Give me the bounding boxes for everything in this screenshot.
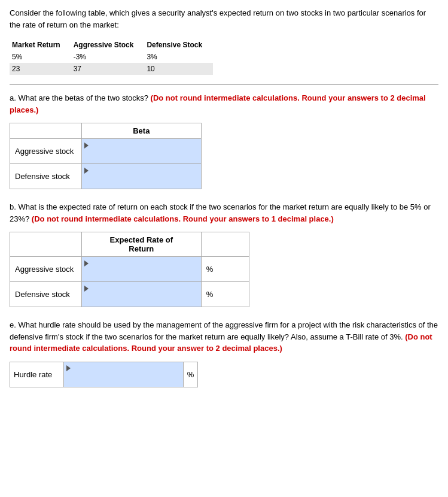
defensive-beta-input[interactable] bbox=[84, 174, 199, 187]
col-header-defensive: Defensive Stock bbox=[144, 39, 213, 51]
expected-return-table: Expected Rate of Return Aggressive stock… bbox=[10, 232, 249, 307]
col-header-aggressive: Aggressive Stock bbox=[71, 39, 145, 51]
expected-rate-header-line1: Expected Rate of bbox=[110, 235, 173, 244]
question-a-text: a. What are the betas of the two stocks?… bbox=[10, 92, 438, 116]
triangle-icon bbox=[84, 168, 89, 174]
table-row: 5% -3% 3% bbox=[10, 51, 213, 63]
triangle-icon bbox=[84, 286, 89, 292]
defensive-beta-cell[interactable] bbox=[82, 164, 202, 189]
defensive-stock-label-a: Defensive stock bbox=[10, 164, 82, 189]
hurdle-percent: % bbox=[183, 362, 198, 387]
defensive-percent: % bbox=[201, 282, 249, 307]
percent-header bbox=[201, 232, 249, 257]
beta-table: Beta Aggressive stock Defensive stock bbox=[10, 123, 202, 189]
triangle-icon bbox=[84, 143, 89, 149]
aggressive-beta-input[interactable] bbox=[84, 149, 199, 162]
defensive-stock-label-b: Defensive stock bbox=[10, 282, 82, 307]
table-row: Aggressive stock % bbox=[10, 257, 249, 282]
question-a-block: a. What are the betas of the two stocks?… bbox=[10, 92, 438, 189]
market-data-table: Market Return Aggressive Stock Defensive… bbox=[10, 39, 213, 75]
intro-paragraph: Consider the following table, which give… bbox=[10, 7, 438, 31]
table-row: Defensive stock bbox=[10, 164, 202, 189]
aggressive-1: -3% bbox=[71, 51, 145, 63]
question-e-block: e. What hurdle rate should be used by th… bbox=[10, 319, 438, 387]
question-b-text: b. What is the expected rate of return o… bbox=[10, 201, 438, 225]
expected-return-empty-header bbox=[10, 232, 82, 257]
aggressive-return-cell[interactable] bbox=[82, 257, 202, 282]
hurdle-table: Hurdle rate % bbox=[10, 362, 198, 387]
question-e-prefix: e. What hurdle rate should be used by th… bbox=[10, 320, 438, 341]
defensive-return-cell[interactable] bbox=[82, 282, 202, 307]
expected-rate-header-line2: Return bbox=[129, 244, 154, 253]
aggressive-beta-cell[interactable] bbox=[82, 139, 202, 164]
question-a-prefix: a. What are the betas of the two stocks? bbox=[10, 93, 148, 102]
aggressive-return-input[interactable] bbox=[84, 267, 199, 280]
beta-empty-header bbox=[10, 123, 82, 139]
triangle-icon bbox=[66, 365, 71, 371]
hurdle-rate-label: Hurdle rate bbox=[10, 362, 64, 387]
defensive-return-input[interactable] bbox=[84, 292, 199, 305]
question-b-block: b. What is the expected rate of return o… bbox=[10, 201, 438, 307]
market-return-1: 5% bbox=[10, 51, 71, 63]
col-header-market: Market Return bbox=[10, 39, 71, 51]
expected-return-header: Expected Rate of Return bbox=[82, 232, 202, 257]
table-row: Hurdle rate % bbox=[10, 362, 198, 387]
question-b-instruction: (Do not round intermediate calculations.… bbox=[29, 214, 334, 223]
hurdle-rate-cell[interactable] bbox=[64, 362, 184, 387]
defensive-2: 10 bbox=[144, 63, 213, 75]
question-e-text: e. What hurdle rate should be used by th… bbox=[10, 319, 438, 354]
hurdle-rate-input[interactable] bbox=[66, 372, 181, 386]
aggressive-stock-label-b: Aggressive stock bbox=[10, 257, 82, 282]
table-row: Aggressive stock bbox=[10, 139, 202, 164]
triangle-icon bbox=[84, 260, 89, 266]
table-row: 23 37 10 bbox=[10, 63, 213, 75]
aggressive-stock-label-a: Aggressive stock bbox=[10, 139, 82, 164]
market-return-2: 23 bbox=[10, 63, 71, 75]
aggressive-percent: % bbox=[201, 257, 249, 282]
defensive-1: 3% bbox=[144, 51, 213, 63]
table-row: Defensive stock % bbox=[10, 282, 249, 307]
divider-1 bbox=[10, 84, 438, 85]
aggressive-2: 37 bbox=[71, 63, 145, 75]
beta-header: Beta bbox=[82, 123, 202, 139]
